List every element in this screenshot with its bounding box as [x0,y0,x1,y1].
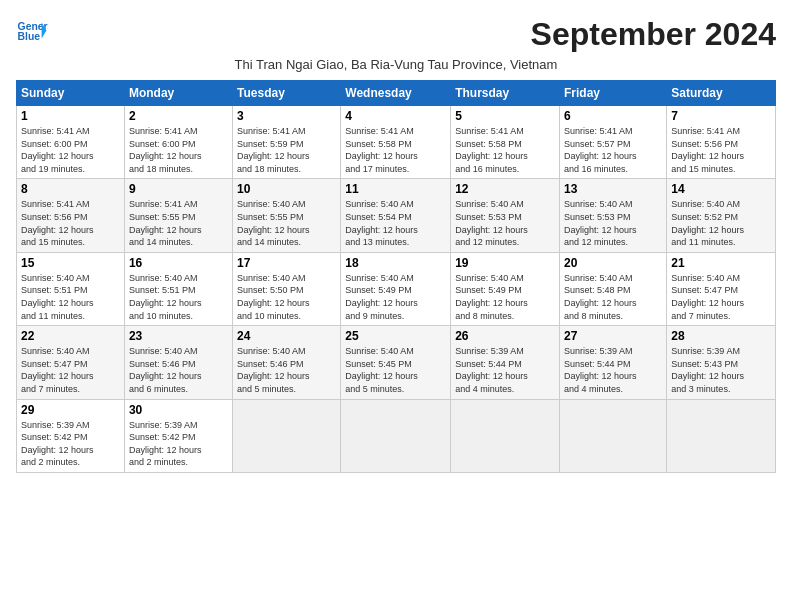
calendar-cell: 25Sunrise: 5:40 AM Sunset: 5:45 PM Dayli… [341,326,451,399]
day-info: Sunrise: 5:39 AM Sunset: 5:44 PM Dayligh… [564,345,662,395]
day-info: Sunrise: 5:40 AM Sunset: 5:51 PM Dayligh… [129,272,228,322]
day-header-sunday: Sunday [17,81,125,106]
day-number: 15 [21,256,120,270]
day-number: 29 [21,403,120,417]
month-title: September 2024 [531,16,776,53]
calendar-cell: 7Sunrise: 5:41 AM Sunset: 5:56 PM Daylig… [667,106,776,179]
day-header-saturday: Saturday [667,81,776,106]
calendar-cell: 5Sunrise: 5:41 AM Sunset: 5:58 PM Daylig… [451,106,560,179]
subtitle: Thi Tran Ngai Giao, Ba Ria-Vung Tau Prov… [16,57,776,72]
day-info: Sunrise: 5:41 AM Sunset: 5:56 PM Dayligh… [21,198,120,248]
calendar-cell [451,399,560,472]
day-info: Sunrise: 5:40 AM Sunset: 5:45 PM Dayligh… [345,345,446,395]
day-info: Sunrise: 5:41 AM Sunset: 5:56 PM Dayligh… [671,125,771,175]
day-info: Sunrise: 5:40 AM Sunset: 5:49 PM Dayligh… [455,272,555,322]
day-header-tuesday: Tuesday [233,81,341,106]
calendar-body: 1Sunrise: 5:41 AM Sunset: 6:00 PM Daylig… [17,106,776,473]
calendar-cell: 21Sunrise: 5:40 AM Sunset: 5:47 PM Dayli… [667,252,776,325]
calendar-cell: 13Sunrise: 5:40 AM Sunset: 5:53 PM Dayli… [560,179,667,252]
day-number: 2 [129,109,228,123]
day-number: 28 [671,329,771,343]
calendar-cell: 24Sunrise: 5:40 AM Sunset: 5:46 PM Dayli… [233,326,341,399]
calendar-cell: 3Sunrise: 5:41 AM Sunset: 5:59 PM Daylig… [233,106,341,179]
day-info: Sunrise: 5:41 AM Sunset: 6:00 PM Dayligh… [129,125,228,175]
calendar-cell: 19Sunrise: 5:40 AM Sunset: 5:49 PM Dayli… [451,252,560,325]
header: General Blue September 2024 [16,16,776,53]
calendar-cell [341,399,451,472]
day-number: 8 [21,182,120,196]
day-info: Sunrise: 5:40 AM Sunset: 5:46 PM Dayligh… [237,345,336,395]
day-number: 21 [671,256,771,270]
page-container: General Blue September 2024 Thi Tran Nga… [16,16,776,473]
calendar-cell [560,399,667,472]
day-info: Sunrise: 5:41 AM Sunset: 5:58 PM Dayligh… [345,125,446,175]
calendar-cell: 4Sunrise: 5:41 AM Sunset: 5:58 PM Daylig… [341,106,451,179]
day-info: Sunrise: 5:39 AM Sunset: 5:42 PM Dayligh… [129,419,228,469]
calendar-cell: 8Sunrise: 5:41 AM Sunset: 5:56 PM Daylig… [17,179,125,252]
day-info: Sunrise: 5:41 AM Sunset: 5:55 PM Dayligh… [129,198,228,248]
day-number: 26 [455,329,555,343]
calendar-cell: 22Sunrise: 5:40 AM Sunset: 5:47 PM Dayli… [17,326,125,399]
calendar-cell: 30Sunrise: 5:39 AM Sunset: 5:42 PM Dayli… [124,399,232,472]
logo: General Blue [16,16,48,48]
day-number: 30 [129,403,228,417]
calendar-week-1: 1Sunrise: 5:41 AM Sunset: 6:00 PM Daylig… [17,106,776,179]
day-info: Sunrise: 5:40 AM Sunset: 5:50 PM Dayligh… [237,272,336,322]
calendar-cell [233,399,341,472]
calendar-week-2: 8Sunrise: 5:41 AM Sunset: 5:56 PM Daylig… [17,179,776,252]
day-number: 7 [671,109,771,123]
calendar-week-3: 15Sunrise: 5:40 AM Sunset: 5:51 PM Dayli… [17,252,776,325]
day-number: 11 [345,182,446,196]
day-number: 10 [237,182,336,196]
calendar-cell: 2Sunrise: 5:41 AM Sunset: 6:00 PM Daylig… [124,106,232,179]
calendar-cell: 17Sunrise: 5:40 AM Sunset: 5:50 PM Dayli… [233,252,341,325]
day-info: Sunrise: 5:39 AM Sunset: 5:42 PM Dayligh… [21,419,120,469]
day-header-monday: Monday [124,81,232,106]
day-info: Sunrise: 5:40 AM Sunset: 5:46 PM Dayligh… [129,345,228,395]
calendar-cell: 26Sunrise: 5:39 AM Sunset: 5:44 PM Dayli… [451,326,560,399]
day-number: 20 [564,256,662,270]
day-info: Sunrise: 5:41 AM Sunset: 5:57 PM Dayligh… [564,125,662,175]
day-info: Sunrise: 5:39 AM Sunset: 5:43 PM Dayligh… [671,345,771,395]
day-info: Sunrise: 5:41 AM Sunset: 5:59 PM Dayligh… [237,125,336,175]
calendar-cell: 29Sunrise: 5:39 AM Sunset: 5:42 PM Dayli… [17,399,125,472]
day-number: 4 [345,109,446,123]
day-info: Sunrise: 5:40 AM Sunset: 5:53 PM Dayligh… [564,198,662,248]
day-info: Sunrise: 5:40 AM Sunset: 5:55 PM Dayligh… [237,198,336,248]
day-number: 25 [345,329,446,343]
calendar-header-row: SundayMondayTuesdayWednesdayThursdayFrid… [17,81,776,106]
calendar-week-5: 29Sunrise: 5:39 AM Sunset: 5:42 PM Dayli… [17,399,776,472]
day-header-friday: Friday [560,81,667,106]
day-info: Sunrise: 5:40 AM Sunset: 5:54 PM Dayligh… [345,198,446,248]
day-info: Sunrise: 5:40 AM Sunset: 5:53 PM Dayligh… [455,198,555,248]
calendar-week-4: 22Sunrise: 5:40 AM Sunset: 5:47 PM Dayli… [17,326,776,399]
day-number: 27 [564,329,662,343]
day-number: 17 [237,256,336,270]
calendar-cell: 23Sunrise: 5:40 AM Sunset: 5:46 PM Dayli… [124,326,232,399]
day-number: 5 [455,109,555,123]
day-number: 1 [21,109,120,123]
day-number: 16 [129,256,228,270]
day-number: 23 [129,329,228,343]
day-info: Sunrise: 5:40 AM Sunset: 5:47 PM Dayligh… [21,345,120,395]
svg-text:Blue: Blue [18,31,41,42]
day-info: Sunrise: 5:41 AM Sunset: 6:00 PM Dayligh… [21,125,120,175]
calendar-cell: 18Sunrise: 5:40 AM Sunset: 5:49 PM Dayli… [341,252,451,325]
day-number: 18 [345,256,446,270]
day-info: Sunrise: 5:39 AM Sunset: 5:44 PM Dayligh… [455,345,555,395]
calendar-cell: 16Sunrise: 5:40 AM Sunset: 5:51 PM Dayli… [124,252,232,325]
calendar-cell: 20Sunrise: 5:40 AM Sunset: 5:48 PM Dayli… [560,252,667,325]
calendar-cell [667,399,776,472]
day-info: Sunrise: 5:40 AM Sunset: 5:47 PM Dayligh… [671,272,771,322]
calendar-cell: 1Sunrise: 5:41 AM Sunset: 6:00 PM Daylig… [17,106,125,179]
day-info: Sunrise: 5:40 AM Sunset: 5:52 PM Dayligh… [671,198,771,248]
day-info: Sunrise: 5:40 AM Sunset: 5:49 PM Dayligh… [345,272,446,322]
general-blue-logo-icon: General Blue [16,16,48,48]
day-number: 12 [455,182,555,196]
day-number: 13 [564,182,662,196]
calendar-cell: 10Sunrise: 5:40 AM Sunset: 5:55 PM Dayli… [233,179,341,252]
calendar-cell: 27Sunrise: 5:39 AM Sunset: 5:44 PM Dayli… [560,326,667,399]
day-number: 3 [237,109,336,123]
day-info: Sunrise: 5:40 AM Sunset: 5:48 PM Dayligh… [564,272,662,322]
day-info: Sunrise: 5:41 AM Sunset: 5:58 PM Dayligh… [455,125,555,175]
